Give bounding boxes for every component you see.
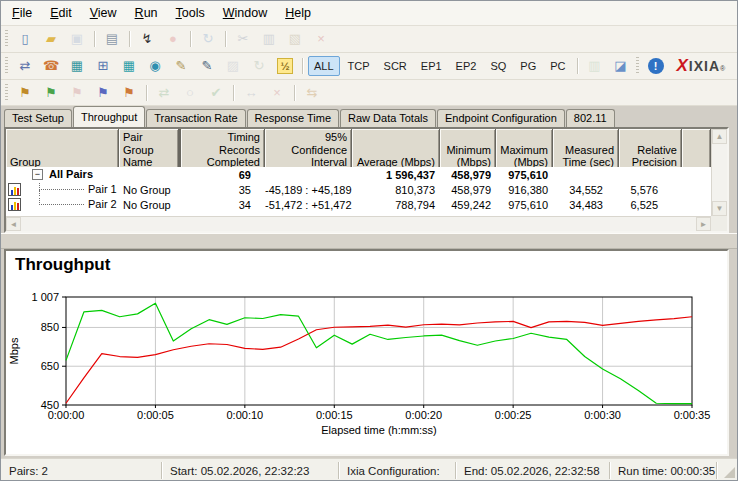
menu-tools[interactable]: Tools [167,2,214,24]
stop-test-icon: ● [165,31,181,47]
new-document-icon[interactable]: ▯ [17,31,33,47]
x-tick-label: 0:00:15 [316,409,353,421]
value-cell: 788,794 [352,199,440,211]
menu-file[interactable]: File [3,2,41,24]
edit-pair-icon[interactable]: ✎ [173,58,189,74]
value-cell: 6,525 [619,199,682,211]
replicate-pair-icon: ▨ [225,58,241,74]
menu-edit[interactable]: Edit [41,2,81,24]
add-vod-pair-icon[interactable]: ◉ [147,58,163,74]
add-video-pair-icon[interactable]: ▦ [69,58,85,74]
x-tick-label: 0:00:10 [227,409,264,421]
dialup-run-icon[interactable]: ⚑ [121,85,137,101]
menu-bar: FileEditViewRunToolsWindowHelp [1,1,737,26]
y-axis-label: Mbps [8,337,20,364]
column-header-relative-precision[interactable]: Relative Precision [619,129,682,171]
tab-transaction-rate[interactable]: Transaction Rate [146,109,245,127]
abort-run-icon: ⚑ [69,85,85,101]
edit-run-options-icon[interactable]: ⚑ [43,85,59,101]
group-order-icon[interactable]: ½ [277,58,293,74]
print-icon[interactable]: ▤ [104,31,120,47]
tab-test-setup[interactable]: Test Setup [4,109,72,127]
open-folder-icon[interactable]: ▰ [43,31,59,47]
tab-throughput[interactable]: Throughput [73,106,145,127]
run-test-icon[interactable]: ↯ [139,31,155,47]
pair-chart-icon [8,183,21,196]
group-label: All Pairs [49,168,93,180]
y-tick-label: 850 [41,321,59,333]
column-header-maximum-mbps-[interactable]: Maximum (Mbps) [496,129,553,171]
info-icon[interactable]: ! [648,58,664,74]
filter-button-all[interactable]: ALL [308,56,340,76]
scroll-up-arrow-icon[interactable]: ▲ [712,129,727,144]
tab-response-time[interactable]: Response Time [247,109,339,127]
pair-chart-icon [8,198,21,211]
add-pair-icon[interactable]: ⇄ [17,58,33,74]
scrollbar-corner [711,216,727,231]
x-tick-label: 0:00:05 [137,409,174,421]
filter-button-sq[interactable]: SQ [484,56,512,76]
scroll-right-arrow-icon[interactable]: ► [696,217,711,231]
column-header-pair-group-name[interactable]: Pair Group Name [119,129,179,171]
tab-raw-data-totals[interactable]: Raw Data Totals [340,109,436,127]
ghost-console-icon: ▥ [587,58,603,74]
tab-endpoint-configuration[interactable]: Endpoint Configuration [437,109,565,127]
column-header-group[interactable]: Group [6,129,119,171]
pair-group-name-cell: No Group [119,184,179,196]
y-tick-label: 450 [41,399,59,411]
pair-label: Pair 1 [88,183,117,195]
status-ixia-configuration: Ixia Configuration: [339,465,455,477]
edit-hardware-pair-icon[interactable]: ✎ [199,58,215,74]
x-tick-label: 0:00:35 [674,409,711,421]
add-dialup-pair-icon[interactable]: ☎ [43,58,59,74]
status-bar: Pairs: 2Start: 05.02.2026, 22:32:23Ixia … [1,458,737,481]
collapse-expander-box[interactable]: − [32,169,43,180]
ixchariot-window: FileEditViewRunToolsWindowHelp ▯▰▣▤↯●↻✂▥… [0,0,738,481]
column-header-filler[interactable] [682,129,711,171]
save-run-options-icon[interactable]: ⚑ [17,85,33,101]
table-vertical-scrollbar[interactable]: ▲ ▼ [711,129,727,216]
compare-runs-icon[interactable]: ⚑ [95,85,111,101]
filter-button-pc[interactable]: PC [544,56,571,76]
save-icon: ▣ [69,31,85,47]
table-row-pair-1[interactable]: Pair 1No Group35-45,189 : +45,189810,373… [6,182,711,197]
x-axis-label: Elapsed time (h:mm:ss) [321,424,437,436]
column-header-measured-time-sec-[interactable]: Measured Time (sec) [553,129,619,171]
column-header-95-confidence-interval[interactable]: 95% Confidence Interval [265,129,352,171]
filter-button-ep2[interactable]: EP2 [450,56,483,76]
endpoint-window-icon[interactable]: ◪ [613,58,629,74]
menu-window[interactable]: Window [214,2,276,24]
scroll-down-arrow-icon[interactable]: ▼ [712,201,727,216]
value-cell: -51,472 : +51,472 [265,199,352,211]
status-end-time: End: 05.02.2026, 22:32:58 [456,465,609,477]
resize-grip[interactable] [724,467,735,478]
filter-button-pg[interactable]: PG [514,56,542,76]
table-horizontal-scrollbar[interactable]: ◄ ► [6,216,711,231]
menu-view[interactable]: View [81,2,126,24]
copy-icon: ▥ [261,31,277,47]
table-row-all-pairs[interactable]: −All Pairs691 596,437458,979975,610 [6,167,711,182]
series-line-pair-1 [66,317,692,403]
tab-802-11[interactable]: 802.11 [566,109,615,127]
paste-icon: ▧ [287,31,303,47]
resume-run-icon: ⇄ [156,85,172,101]
swap-endpoints-icon: ↻ [251,58,267,74]
table-body: −All Pairs691 596,437458,979975,610Pair … [6,167,711,212]
column-header-minimum-mbps-[interactable]: Minimum (Mbps) [440,129,496,171]
menu-run[interactable]: Run [126,2,167,24]
scroll-left-arrow-icon[interactable]: ◄ [6,217,21,231]
column-header-average-mbps-[interactable]: Average (Mbps) [352,129,440,171]
filter-button-tcp[interactable]: TCP [342,56,376,76]
filter-button-scr[interactable]: SCR [378,56,413,76]
value-cell: 34,483 [553,199,619,211]
pane-splitter[interactable] [1,233,737,249]
delete-icon: × [313,31,329,47]
table-header: GroupPair Group NameTiming Records Compl… [6,129,711,167]
add-video-multicast-icon[interactable]: ▦ [121,58,137,74]
filter-button-ep1[interactable]: EP1 [415,56,448,76]
tab-strip: Test SetupThroughputTransaction RateResp… [1,106,737,127]
add-multicast-group-icon[interactable]: ⊞ [95,58,111,74]
table-row-pair-2[interactable]: Pair 2No Group34-51,472 : +51,472788,794… [6,197,711,212]
column-header-timing-records-completed[interactable]: Timing Records Completed [179,129,265,171]
menu-help[interactable]: Help [276,2,320,24]
